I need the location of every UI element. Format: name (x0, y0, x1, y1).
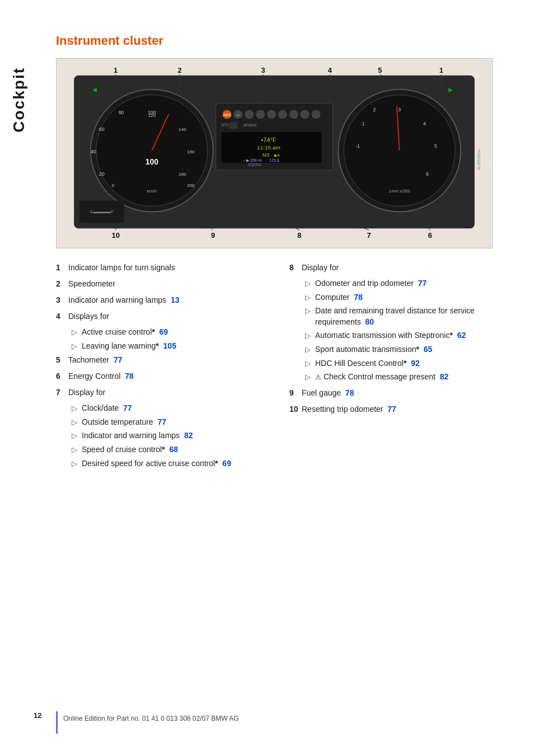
arrow-8-4: ▷ (305, 331, 313, 341)
link-10[interactable]: 77 (387, 405, 396, 414)
sub-text-8-6: HDC Hill Descent Control* 92 (315, 358, 500, 369)
sub-item-7-2: ▷ Outside temperature 77 (72, 417, 267, 428)
svg-text:032050: 032050 (249, 163, 261, 167)
svg-text:140: 140 (179, 127, 186, 132)
svg-text:60: 60 (99, 126, 105, 132)
svg-text:100: 100 (146, 157, 158, 166)
arrow-8-6: ▷ (305, 359, 313, 369)
link-8-7[interactable]: 82 (440, 372, 449, 381)
link-7-4[interactable]: 68 (169, 445, 178, 454)
main-content: Instrument cluster 100 120 140 160 180 8… (56, 34, 500, 472)
svg-text:180: 180 (179, 172, 186, 177)
svg-text:1: 1 (439, 66, 443, 74)
list-item-4: 4 Displays for (56, 311, 267, 322)
link-3[interactable]: 13 (171, 295, 180, 304)
svg-point-23 (245, 110, 254, 119)
item-num-2: 2 (56, 278, 66, 290)
item-text-9: Fuel gauge 78 (302, 387, 500, 399)
item-text-5: Tachometer 77 (68, 354, 267, 366)
link-8-4[interactable]: 62 (457, 331, 466, 340)
page-number: 12 (34, 711, 50, 720)
link-8-2[interactable]: 78 (354, 293, 363, 302)
svg-text:9: 9 (211, 231, 215, 240)
warning-triangle-icon: ⚠ (315, 373, 321, 382)
sub-item-4-2: ▷ Leaving lane warning* 105 (72, 341, 267, 352)
list-item-7: 7 Display for (56, 387, 267, 398)
arrow-4-1: ▷ (72, 327, 79, 337)
svg-text:M-295360m: M-295360m (477, 149, 481, 170)
item-num-6: 6 (56, 370, 66, 382)
svg-point-29 (312, 110, 321, 119)
arrow-8-5: ▷ (305, 345, 313, 355)
link-8-3[interactable]: 80 (365, 317, 374, 326)
item-text-3: Indicator and warning lamps 13 (68, 294, 267, 306)
link-7-2[interactable]: 77 (157, 417, 166, 426)
link-4-2[interactable]: 105 (163, 341, 176, 350)
sub-text-4-1: Active cruise control* 69 (82, 327, 267, 338)
sub-text-8-7: ⚠ Check Control message present 82 (315, 372, 500, 383)
svg-text:6: 6 (426, 171, 429, 177)
arrow-7-5: ▷ (72, 459, 79, 469)
svg-text:7: 7 (367, 231, 371, 240)
sub-item-7-4: ▷ Speed of cruise control* 68 (72, 444, 267, 456)
arrow-8-7: ▷ (305, 372, 313, 382)
svg-text:80: 80 (119, 110, 124, 115)
item-num-4: 4 (56, 311, 66, 322)
item-num-7: 7 (56, 387, 66, 398)
svg-point-26 (278, 110, 287, 119)
svg-text:2: 2 (373, 107, 376, 112)
svg-point-24 (256, 110, 265, 119)
sub-item-8-1: ▷ Odometer and trip odometer 77 (305, 278, 500, 289)
item-num-8: 8 (289, 262, 299, 274)
item-text-4: Displays for (68, 311, 267, 322)
item-text-1: Indicator lamps for turn signals (68, 262, 267, 274)
svg-text:BRAKE: BRAKE (243, 123, 257, 127)
list-item-10: 10 Resetting trip odometer 77 (289, 403, 500, 415)
cluster-image: 100 120 140 160 180 80 60 40 20 0 200 km… (56, 58, 493, 248)
svg-text:DTC: DTC (222, 123, 229, 127)
svg-text:40: 40 (91, 149, 96, 154)
link-8-1[interactable]: 77 (418, 279, 427, 288)
link-6[interactable]: 78 (125, 372, 134, 381)
list-item-6: 6 Energy Control 78 (56, 370, 267, 382)
arrow-4-2: ▷ (72, 341, 79, 351)
link-5[interactable]: 77 (114, 355, 123, 364)
svg-text:10: 10 (111, 231, 119, 240)
link-9[interactable]: 78 (345, 388, 354, 397)
svg-text:6: 6 (428, 231, 432, 240)
sub-text-8-1: Odometer and trip odometer 77 (315, 278, 500, 289)
sub-text-7-1: Clock/date 77 (82, 403, 267, 414)
svg-text:ABS: ABS (223, 113, 231, 117)
content-columns: 1 Indicator lamps for turn signals 2 Spe… (56, 262, 500, 472)
link-7-3[interactable]: 82 (184, 431, 193, 440)
svg-text:1: 1 (114, 66, 118, 74)
svg-text:ID: ID (236, 114, 240, 117)
svg-text:3: 3 (261, 66, 265, 74)
svg-text:1/min x1000: 1/min x1000 (389, 189, 410, 193)
sub-text-7-4: Speed of cruise control* 68 (82, 444, 267, 456)
link-7-5[interactable]: 69 (222, 459, 231, 468)
svg-text:120: 120 (148, 113, 156, 118)
sublist-4: ▷ Active cruise control* 69 ▷ Leaving la… (72, 327, 267, 351)
svg-text:4: 4 (328, 66, 332, 74)
sub-item-7-1: ▷ Clock/date 77 (72, 403, 267, 414)
svg-text:5: 5 (378, 66, 382, 74)
svg-rect-31 (229, 122, 237, 129)
link-4-1[interactable]: 69 (160, 327, 168, 336)
svg-text:E▬▬▬▬F: E▬▬▬▬F (90, 209, 114, 214)
sub-text-8-4: Automatic transmission with Steptronic* … (315, 330, 500, 341)
arrow-8-2: ▷ (305, 293, 313, 303)
link-8-5[interactable]: 65 (424, 345, 433, 354)
svg-text:200: 200 (187, 183, 195, 188)
sub-item-8-2: ▷ Computer 78 (305, 292, 500, 303)
list-item-5: 5 Tachometer 77 (56, 354, 267, 366)
sub-item-7-3: ▷ Indicator and warning lamps 82 (72, 430, 267, 442)
sublist-7: ▷ Clock/date 77 ▷ Outside temperature 77… (72, 403, 267, 469)
link-8-6[interactable]: 92 (411, 359, 420, 368)
sub-text-7-2: Outside temperature 77 (82, 417, 267, 428)
link-7-1[interactable]: 77 (123, 403, 132, 412)
list-item-3: 3 Indicator and warning lamps 13 (56, 294, 267, 306)
item-num-9: 9 (289, 387, 299, 399)
svg-text:►: ► (447, 85, 455, 94)
sub-item-8-3: ▷ Date and remaining travel distance for… (305, 306, 500, 327)
